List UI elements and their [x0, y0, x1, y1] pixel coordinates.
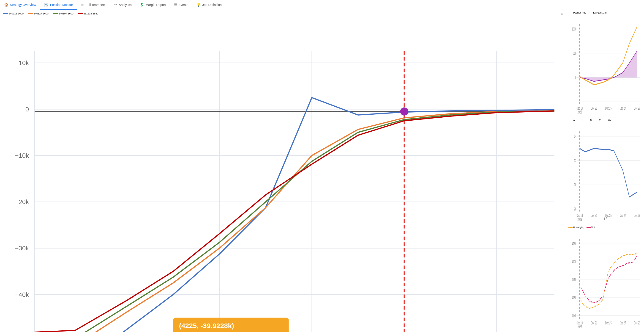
tab-job-definition[interactable]: 💡 Job Definition	[192, 0, 226, 10]
svg-text:240127-1600: 240127-1600	[289, 322, 330, 329]
svg-text:500: 500	[573, 51, 576, 56]
tab-bar: 🏠 Strategy Overview 📉 Position Monitor ⊞…	[0, 0, 644, 10]
greek-theta: Θ	[585, 119, 592, 121]
dollar-icon: 💲	[140, 3, 144, 7]
vix-dashed-line	[586, 227, 591, 228]
left-chart-panel: 240216-1600 240127-1600 240107-1600 2312…	[0, 10, 566, 332]
main-content: 240216-1600 240127-1600 240107-1600 2312…	[0, 10, 644, 332]
tab-analytics[interactable]: 〰 Analytics	[110, 0, 136, 10]
tab-strategy-overview[interactable]: 🏠 Strategy Overview	[0, 0, 40, 10]
vega-line	[594, 120, 598, 120]
legend-item-0: 240216-1600	[3, 12, 24, 15]
svg-marker-46	[580, 51, 637, 81]
legend-line-3	[78, 13, 83, 14]
svg-text:Dec 21: Dec 21	[591, 320, 597, 325]
greek-vega: V	[594, 119, 601, 121]
svg-text:32: 32	[574, 158, 576, 163]
svg-text:Dec 25: Dec 25	[605, 320, 612, 325]
svg-text:Dec 29: Dec 29	[634, 106, 640, 110]
delta-line	[568, 120, 572, 120]
greek-wv: WV	[603, 119, 612, 121]
theta-line	[585, 120, 590, 120]
tab-events[interactable]: ☰ Events	[170, 0, 192, 10]
svg-text:0: 0	[26, 106, 29, 113]
main-chart-svg: .grid-line { stroke: #e0e4ec; stroke-wid…	[0, 17, 566, 332]
greek-gamma: Γ	[577, 119, 583, 121]
analytics-icon: 〰	[114, 3, 117, 7]
ema-color-line	[588, 13, 592, 13]
legend-line-1	[28, 13, 33, 14]
svg-text:4750: 4750	[572, 295, 576, 300]
bulb-icon: 💡	[196, 3, 201, 7]
gamma-line	[577, 120, 581, 120]
pnl-legend-pnl: Position PnL	[568, 12, 586, 14]
svg-text:34: 34	[574, 134, 576, 139]
svg-text:Dec 27: Dec 27	[620, 320, 626, 325]
main-chart-area[interactable]: .grid-line { stroke: #e0e4ec; stroke-wid…	[0, 17, 566, 332]
svg-text:0: 0	[575, 75, 576, 80]
svg-text:2023: 2023	[577, 324, 582, 329]
svg-text:10k: 10k	[18, 59, 29, 67]
legend-item-3: 231218-1530	[78, 12, 98, 15]
svg-text:1000: 1000	[572, 27, 576, 31]
right-panel: Position PnL EMA(pnl, 14) .mg{stroke:#e8…	[566, 10, 644, 332]
legend-line-2	[53, 13, 58, 14]
wv-line	[603, 120, 607, 120]
svg-text:Dec 21: Dec 21	[591, 106, 597, 110]
tab-full-tearsheet[interactable]: ⊞ Full Tearsheet	[77, 0, 110, 10]
underlying-chart-panel: Underlying VIX 4780 4770 4760	[566, 225, 644, 332]
events-icon: ☰	[174, 3, 177, 7]
grid-icon: ⊞	[81, 3, 84, 7]
svg-text:▼: ▼	[606, 216, 608, 221]
svg-text:(4225, -39.9228k): (4225, -39.9228k)	[179, 322, 234, 329]
svg-text:4740: 4740	[572, 313, 576, 318]
svg-text:Dec 29: Dec 29	[634, 213, 640, 218]
greeks-legend: Δ Γ Θ V WV	[568, 118, 643, 122]
svg-text:−20k: −20k	[15, 198, 29, 206]
legend-item-2: 240107-1600	[53, 12, 74, 15]
pnl-color-line	[568, 13, 572, 13]
home-mini-icon: ⌂	[561, 12, 563, 16]
pnl-legend-ema: EMA(pnl, 14)	[588, 12, 606, 14]
svg-text:Dec 21: Dec 21	[591, 213, 597, 218]
svg-text:Dec 27: Dec 27	[620, 106, 626, 110]
pnl-svg: .mg{stroke:#e8eaed;stroke-width:0.8;}.ml…	[568, 15, 643, 116]
legend-underlying: Underlying	[568, 226, 584, 229]
greeks-chart-panel: Δ Γ Θ V WV	[566, 117, 644, 225]
svg-text:Dec 27: Dec 27	[620, 213, 626, 218]
svg-text:−40k: −40k	[15, 291, 29, 298]
legend-vix: VIX	[586, 226, 595, 229]
tab-margin-report[interactable]: 💲 Margin Report	[136, 0, 170, 10]
svg-text:Dec 29: Dec 29	[634, 320, 640, 325]
legend-line-0	[3, 13, 8, 14]
svg-text:2023: 2023	[577, 110, 582, 114]
greeks-svg: 34 32 30 28 Dec 19 2023 Dec 21 Dec 25 De…	[568, 122, 643, 224]
chart-legend: 240216-1600 240127-1600 240107-1600 2312…	[0, 10, 566, 17]
tab-position-monitor[interactable]: 📉 Position Monitor	[40, 0, 77, 10]
underlying-legend: Underlying VIX	[568, 226, 643, 229]
svg-text:Dec 25: Dec 25	[605, 106, 612, 110]
svg-text:30: 30	[574, 183, 576, 187]
svg-text:4770: 4770	[572, 259, 576, 264]
svg-text:▲: ▲	[604, 216, 606, 221]
chart-icon: 📉	[44, 3, 48, 7]
home-icon: 🏠	[4, 3, 8, 7]
pnl-chart-panel: Position PnL EMA(pnl, 14) .mg{stroke:#e8…	[566, 10, 644, 117]
svg-text:4780: 4780	[572, 241, 576, 246]
legend-item-1: 240127-1600	[28, 12, 48, 15]
svg-text:−10k: −10k	[15, 152, 29, 159]
pnl-legend: Position PnL EMA(pnl, 14)	[568, 11, 643, 15]
svg-text:2023: 2023	[577, 217, 582, 222]
underlying-dashed-line	[568, 227, 572, 228]
svg-text:28: 28	[574, 207, 576, 212]
svg-point-28	[400, 107, 408, 116]
svg-text:−30k: −30k	[15, 245, 29, 252]
underlying-svg: 4780 4770 4760 4750 4740 Dec 19 2023 Dec…	[568, 229, 643, 331]
svg-text:4760: 4760	[572, 277, 576, 282]
greek-delta: Δ	[568, 119, 575, 121]
app-container: 🏠 Strategy Overview 📉 Position Monitor ⊞…	[0, 0, 644, 332]
